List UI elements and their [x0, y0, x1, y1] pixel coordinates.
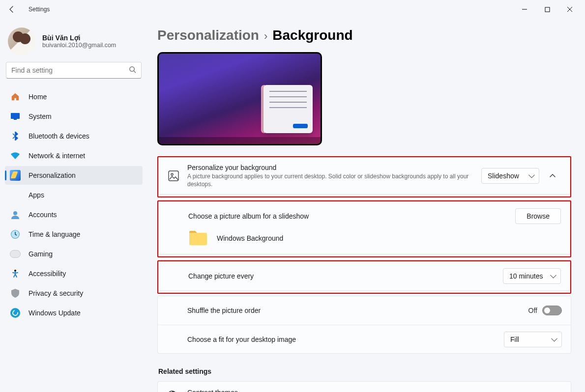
wifi-icon — [10, 150, 21, 161]
nav-update[interactable]: Windows Update — [5, 304, 143, 322]
album-name: Windows Background — [217, 234, 283, 242]
svg-rect-2 — [11, 113, 20, 119]
update-icon — [10, 308, 21, 318]
nav-label: Gaming — [29, 250, 53, 258]
search-box[interactable] — [6, 62, 142, 79]
collapse-button[interactable] — [544, 168, 561, 184]
accessibility-icon — [10, 268, 21, 279]
nav-label: System — [29, 112, 52, 120]
toggle-state-label: Off — [528, 307, 537, 314]
close-button[interactable] — [558, 1, 581, 17]
setting-title: Choose a fit for your desktop image — [187, 336, 496, 343]
nav-list: Home System Bluetooth & devices Network … — [5, 87, 143, 322]
content-area: Personalization › Background Personalize… — [147, 19, 585, 392]
minimize-icon — [522, 6, 527, 12]
setting-change-interval: Change picture every 10 minutes — [159, 262, 570, 290]
setting-slideshow-album: Choose a picture album for a slideshow B… — [159, 202, 570, 230]
system-icon — [10, 111, 21, 122]
breadcrumb-separator: › — [264, 30, 267, 43]
profile-block[interactable]: Bùi Văn Lợi buivanloi.2010@gmail.com — [5, 24, 143, 62]
nav-privacy[interactable]: Privacy & security — [5, 284, 143, 303]
nav-apps[interactable]: Apps — [5, 186, 143, 204]
dropdown-value: Fill — [510, 336, 519, 343]
browse-button[interactable]: Browse — [515, 208, 561, 224]
picture-icon — [168, 170, 179, 182]
setting-description: A picture background applies to your cur… — [187, 172, 473, 188]
shuffle-toggle[interactable] — [542, 306, 562, 315]
nav-network[interactable]: Network & internet — [5, 146, 143, 165]
fit-dropdown[interactable]: Fill — [504, 332, 562, 347]
sidebar: Bùi Văn Lợi buivanloi.2010@gmail.com Hom… — [0, 19, 147, 392]
user-name: Bùi Văn Lợi — [42, 34, 116, 42]
svg-rect-8 — [169, 171, 178, 181]
maximize-button[interactable] — [536, 1, 558, 17]
maximize-icon — [545, 7, 550, 12]
app-title: Settings — [29, 6, 50, 13]
arrow-left-icon — [8, 5, 16, 13]
nav-personalization[interactable]: Personalization — [5, 166, 143, 185]
change-interval-dropdown[interactable]: 10 minutes — [503, 268, 561, 284]
personalization-icon — [10, 170, 21, 181]
nav-accessibility[interactable]: Accessibility — [5, 264, 143, 283]
highlight-box: Personalize your background A picture ba… — [157, 156, 571, 197]
contrast-icon — [167, 390, 178, 392]
avatar — [8, 28, 35, 55]
setting-shuffle: Shuffle the picture order Off — [158, 296, 571, 325]
nav-bluetooth[interactable]: Bluetooth & devices — [5, 127, 143, 145]
nav-label: Personalization — [29, 171, 76, 179]
setting-title: Change picture every — [188, 272, 495, 280]
search-input[interactable] — [11, 66, 129, 74]
user-email: buivanloi.2010@gmail.com — [42, 42, 116, 49]
minimize-button[interactable] — [513, 1, 536, 17]
desktop-preview — [157, 52, 322, 145]
setting-title: Personalize your background — [187, 164, 473, 171]
nav-gaming[interactable]: Gaming — [5, 245, 143, 263]
nav-home[interactable]: Home — [5, 87, 143, 106]
title-bar: Settings — [0, 0, 585, 19]
svg-rect-3 — [14, 119, 17, 120]
nav-accounts[interactable]: Accounts — [5, 205, 143, 224]
svg-rect-0 — [545, 7, 550, 12]
nav-system[interactable]: System — [5, 107, 143, 126]
breadcrumb-current: Background — [272, 28, 352, 43]
breadcrumb: Personalization › Background — [157, 28, 571, 43]
window-controls — [513, 1, 581, 17]
nav-time[interactable]: Time & language — [5, 225, 143, 244]
home-icon — [10, 91, 21, 102]
setting-title: Choose a picture album for a slideshow — [188, 212, 507, 220]
svg-point-9 — [171, 173, 173, 175]
nav-label: Bluetooth & devices — [29, 132, 89, 140]
nav-label: Privacy & security — [29, 289, 83, 297]
accounts-icon — [10, 209, 21, 220]
nav-label: Apps — [29, 191, 44, 199]
back-button[interactable] — [4, 1, 20, 17]
chevron-up-icon — [549, 172, 556, 179]
highlight-box: Choose a picture album for a slideshow B… — [157, 200, 571, 257]
setting-fit: Choose a fit for your desktop image Fill — [158, 325, 571, 353]
nav-label: Time & language — [29, 230, 80, 238]
highlight-box: Change picture every 10 minutes — [157, 260, 571, 294]
breadcrumb-parent[interactable]: Personalization — [157, 28, 259, 43]
nav-label: Network & internet — [29, 152, 85, 160]
gaming-icon — [10, 249, 21, 259]
nav-label: Home — [29, 93, 47, 101]
svg-point-4 — [13, 211, 17, 215]
dropdown-value: 10 minutes — [509, 272, 543, 280]
clock-icon — [10, 229, 21, 240]
setting-personalize-background[interactable]: Personalize your background A picture ba… — [159, 158, 570, 194]
related-heading: Related settings — [158, 367, 571, 375]
svg-point-1 — [130, 67, 134, 71]
search-icon — [129, 66, 136, 75]
setting-group: Shuffle the picture order Off Choose a f… — [157, 296, 571, 354]
folder-icon — [188, 230, 208, 246]
setting-title: Shuffle the picture order — [187, 307, 521, 314]
related-title: Contrast themes — [187, 389, 299, 392]
nav-label: Accessibility — [29, 270, 66, 278]
bluetooth-icon — [10, 131, 21, 141]
related-contrast-themes[interactable]: Contrast themes Color themes for low vis… — [157, 381, 571, 392]
album-folder-row[interactable]: Windows Background — [159, 230, 570, 254]
nav-label: Windows Update — [29, 309, 81, 317]
nav-label: Accounts — [29, 211, 57, 219]
background-type-dropdown[interactable]: Slideshow — [481, 168, 539, 184]
apps-icon — [10, 190, 21, 200]
